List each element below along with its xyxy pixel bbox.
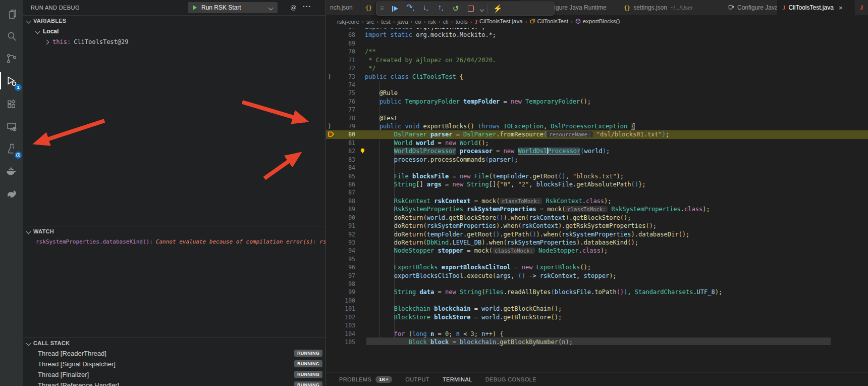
code-line-104[interactable]: 104 for (long n = 0; n < 3; n++) {: [326, 330, 868, 339]
line-number[interactable]: 80: [333, 130, 355, 139]
variables-section-header[interactable]: VARIABLES: [23, 15, 326, 26]
code-line-96[interactable]: 96 ExportBlocks exportBlocksCliTool = ne…: [326, 263, 868, 272]
code-line-73[interactable]: )73public class CliToolsTest {: [326, 73, 868, 81]
line-number[interactable]: 79: [333, 122, 355, 131]
line-number[interactable]: 93: [333, 238, 355, 247]
tab-java-clipped[interactable]: J: [855, 0, 868, 15]
panel-tab-debug-console[interactable]: DEBUG CONSOLE: [485, 376, 536, 382]
code-line-88[interactable]: 88 RskContext rskContext = mock(classToM…: [326, 197, 868, 206]
line-number[interactable]: 104: [333, 330, 355, 339]
thread-row[interactable]: Thread [Reference Handler] RUNNING: [23, 380, 326, 386]
line-number[interactable]: 71: [333, 56, 355, 65]
line-number[interactable]: 105: [333, 338, 355, 347]
docker-icon[interactable]: [0, 161, 23, 181]
line-number[interactable]: 102: [333, 313, 355, 322]
tab-settings-json[interactable]: {} settings.json ~/.../User: [619, 0, 723, 15]
code-line-90[interactable]: 90 doReturn(world.getBlockStore()).when(…: [326, 214, 868, 222]
continue-button[interactable]: [388, 3, 403, 15]
code-line-86[interactable]: 86 String[] args = new String[]{"0", "2"…: [326, 180, 868, 189]
line-number[interactable]: 68: [333, 31, 355, 39]
code-editor[interactable]: 67import static org.junit.Assert.*;68imp…: [326, 28, 868, 372]
thread-row[interactable]: Thread [Finalizer] RUNNING: [23, 369, 326, 379]
code-line-103[interactable]: 103: [326, 321, 868, 330]
breadcrumb-file[interactable]: JCliToolsTest.java: [475, 18, 523, 25]
line-number[interactable]: 74: [333, 81, 355, 89]
line-number[interactable]: 76: [333, 98, 355, 106]
breadcrumb-item[interactable]: cli: [443, 19, 449, 25]
thread-row[interactable]: Thread [ReaderThread] RUNNING: [23, 348, 326, 358]
breadcrumb-item[interactable]: co: [415, 19, 421, 25]
line-number[interactable]: 101: [333, 305, 355, 313]
call-stack-section-header[interactable]: CALL STACK: [23, 337, 326, 348]
code-line-93[interactable]: 93 doReturn(DbKind.LEVEL_DB).when(rskSys…: [326, 238, 868, 247]
code-line-83[interactable]: 83 processor.processCommands(parser);: [326, 156, 868, 164]
breadcr umb-class[interactable]: CliToolsTest: [530, 18, 568, 25]
run-and-debug-icon[interactable]: 1: [0, 71, 23, 91]
watch-expression-row[interactable]: rskSystemProperties.databaseKind(): Cann…: [23, 236, 326, 247]
code-line-95[interactable]: 95: [326, 255, 868, 264]
tab-clitoolstest-java[interactable]: J CliToolsTest.java ×: [777, 0, 854, 15]
files-icon[interactable]: [0, 4, 23, 24]
line-number[interactable]: 73: [333, 73, 355, 81]
stop-button[interactable]: [463, 3, 478, 15]
code-line-87[interactable]: 87: [326, 188, 868, 197]
code-line-79[interactable]: )79 public void exportBlocks() throws IO…: [326, 122, 868, 131]
code-line-101[interactable]: 101 Blockchain blockchain = world.getBlo…: [326, 305, 868, 313]
code-line-72[interactable]: 72 */: [326, 64, 868, 73]
more-actions-icon[interactable]: ···: [303, 3, 311, 11]
code-line-92[interactable]: 92 doReturn(tempFolder.getRoot().getPath…: [326, 230, 868, 239]
line-number[interactable]: 98: [333, 280, 355, 288]
source-control-icon[interactable]: [0, 49, 23, 69]
run-config-dropdown[interactable]: Run RSK Start: [188, 2, 278, 13]
code-line-80[interactable]: 80 DslParser parser = DslParser.fromReso…: [326, 130, 868, 139]
line-number[interactable]: 99: [333, 288, 355, 297]
search-icon[interactable]: [0, 26, 23, 46]
remote-explorer-icon[interactable]: [0, 116, 23, 136]
line-number[interactable]: 91: [333, 222, 355, 230]
hot-code-replace-button[interactable]: ⚡: [490, 3, 505, 15]
code-line-76[interactable]: 76 public TemporaryFolder tempFolder = n…: [326, 98, 868, 106]
panel-tab-problems[interactable]: PROBLEMS 1K+: [339, 376, 392, 383]
code-line-98[interactable]: 98: [326, 280, 868, 288]
line-number[interactable]: 75: [333, 89, 355, 98]
tab-launch-json[interactable]: nch.json: [326, 0, 360, 15]
line-number[interactable]: 103: [333, 321, 355, 330]
extensions-icon[interactable]: [0, 94, 23, 114]
code-line-75[interactable]: 75 @Rule: [326, 89, 868, 98]
breadcrumb-item[interactable]: tools: [455, 19, 467, 25]
code-line-74[interactable]: 74: [326, 81, 868, 89]
gear-icon[interactable]: [290, 4, 297, 14]
breadcrumb-item[interactable]: src: [366, 19, 374, 25]
code-line-91[interactable]: 91 doReturn(rskSystemProperties).when(rs…: [326, 222, 868, 230]
line-number[interactable]: 83: [333, 156, 355, 164]
line-number[interactable]: 78: [333, 114, 355, 123]
line-number[interactable]: 95: [333, 255, 355, 264]
line-number[interactable]: 97: [333, 272, 355, 280]
line-number[interactable]: 86: [333, 180, 355, 189]
line-number[interactable]: 72: [333, 64, 355, 73]
breadcrumb-method[interactable]: exportBlocks(): [575, 18, 620, 25]
code-line-71[interactable]: 71 * Created by ajlopez on 26/04/2020.: [326, 56, 868, 65]
restart-button[interactable]: ↺: [448, 3, 463, 15]
step-over-button[interactable]: ↷•: [403, 1, 418, 16]
gradle-icon[interactable]: [0, 183, 23, 203]
code-line-99[interactable]: 99 String data = new String(Files.readAl…: [326, 288, 868, 297]
code-line-81[interactable]: 81 World world = new World();: [326, 139, 868, 148]
line-number[interactable]: 90: [333, 214, 355, 222]
line-number[interactable]: 81: [333, 139, 355, 148]
watch-section-header[interactable]: WATCH: [23, 226, 326, 236]
line-number[interactable]: 84: [333, 164, 355, 172]
horizontal-scrollbar[interactable]: [366, 337, 831, 345]
thread-row[interactable]: Thread [Signal Dispatcher] RUNNING: [23, 359, 326, 369]
code-line-68[interactable]: 68import static org.mockito.Mockito.*;: [326, 31, 868, 39]
panel-tab-terminal[interactable]: TERMINAL: [443, 376, 472, 382]
step-into-button[interactable]: ↓•: [418, 1, 433, 16]
breadcrumb-item[interactable]: rskj-core: [337, 19, 359, 25]
line-number[interactable]: 77: [333, 106, 355, 114]
line-number[interactable]: 87: [333, 188, 355, 197]
code-line-78[interactable]: 78 @Test: [326, 114, 868, 123]
line-number[interactable]: 70: [333, 47, 355, 56]
code-line-85[interactable]: 85 File blocksFile = new File(tempFolder…: [326, 172, 868, 181]
code-line-94[interactable]: 94 NodeStopper stopper = mock(classToMoc…: [326, 247, 868, 255]
line-number[interactable]: 100: [333, 297, 355, 305]
